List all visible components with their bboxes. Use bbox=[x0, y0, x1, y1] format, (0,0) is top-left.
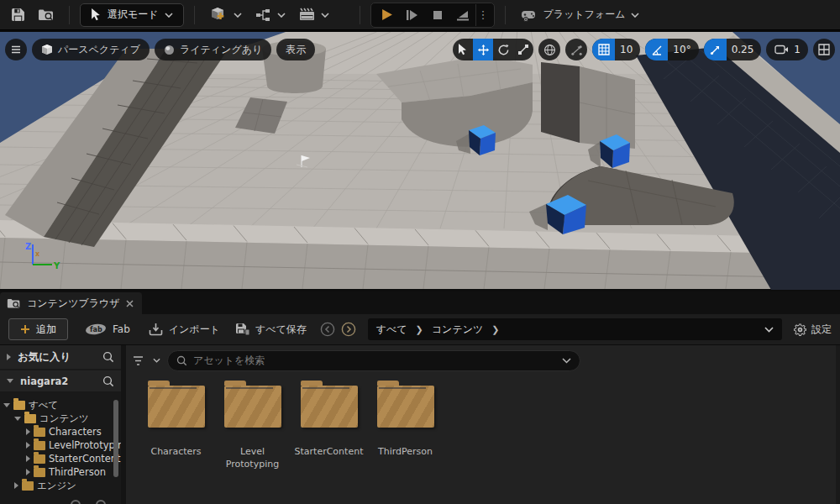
world-coordinate-button[interactable] bbox=[538, 39, 560, 60]
folder-label: ThirdPerson bbox=[369, 446, 443, 459]
asset-scrollbar-track[interactable] bbox=[836, 345, 840, 504]
perspective-dropdown[interactable]: パースペクティブ bbox=[32, 39, 150, 60]
angle-snap-icon bbox=[651, 45, 663, 55]
save-all-icon bbox=[235, 323, 249, 336]
project-header[interactable]: niagara2 bbox=[0, 370, 121, 391]
save-level-button[interactable] bbox=[5, 3, 30, 27]
tree-scrollbar[interactable] bbox=[113, 400, 118, 477]
search-icon[interactable] bbox=[102, 351, 114, 363]
close-icon[interactable] bbox=[126, 300, 134, 307]
viewport-layout-button[interactable] bbox=[813, 39, 835, 60]
tree-item-engine[interactable]: エンジン bbox=[0, 479, 121, 492]
forward-button[interactable] bbox=[341, 322, 356, 337]
search-icon[interactable] bbox=[102, 375, 114, 387]
folder-item-characters[interactable]: Characters bbox=[138, 382, 214, 471]
show-dropdown[interactable]: 表示 bbox=[276, 39, 315, 60]
add-button[interactable]: 追加 bbox=[8, 318, 68, 340]
viewport-options-button[interactable] bbox=[5, 39, 27, 60]
platforms-label: プラットフォーム bbox=[543, 8, 626, 22]
rotation-snap-control[interactable]: 10° bbox=[645, 39, 698, 60]
tree-item-levelprototyping[interactable]: LevelPrototyping bbox=[0, 438, 121, 452]
scale-tool-button[interactable] bbox=[513, 39, 533, 60]
eject-button[interactable] bbox=[450, 4, 475, 26]
tree-item-label: コンテンツ bbox=[39, 412, 89, 425]
perspective-cube-icon bbox=[41, 44, 53, 55]
rotate-tool-button[interactable] bbox=[493, 39, 513, 60]
import-button[interactable]: インポート bbox=[149, 323, 220, 337]
project-label: niagara2 bbox=[20, 375, 68, 387]
cinematics-dropdown[interactable] bbox=[294, 3, 334, 27]
path-dropdown-icon[interactable] bbox=[764, 327, 774, 333]
fab-label: Fab bbox=[113, 323, 130, 335]
filter-icon[interactable] bbox=[133, 355, 146, 366]
settings-label: 設定 bbox=[811, 323, 832, 337]
toolbar-separator bbox=[360, 6, 360, 24]
camera-speed-control[interactable]: 1 bbox=[766, 39, 808, 60]
sidebar-bottom-cut bbox=[0, 497, 121, 504]
toolbar-separator bbox=[69, 6, 70, 24]
grid-snap-control[interactable]: 10 bbox=[592, 39, 640, 60]
stop-button[interactable] bbox=[425, 4, 450, 26]
chevron-down-icon bbox=[277, 13, 286, 18]
asset-search-input[interactable] bbox=[193, 354, 556, 366]
breadcrumb-chevron-icon: ❯ bbox=[491, 324, 499, 335]
chevron-down-icon bbox=[321, 13, 329, 18]
selection-mode-dropdown[interactable]: 選択モード bbox=[80, 3, 184, 27]
folder-item-startercontent[interactable]: StarterContent bbox=[291, 382, 367, 471]
surface-snapping-button[interactable] bbox=[565, 39, 587, 60]
expand-arrow-icon[interactable] bbox=[26, 428, 30, 435]
chevron-down-icon[interactable] bbox=[153, 358, 160, 363]
scale-snap-control[interactable]: 0.25 bbox=[704, 39, 762, 60]
blueprints-dropdown[interactable] bbox=[250, 3, 291, 27]
folder-item-thirdperson[interactable]: ThirdPerson bbox=[367, 382, 444, 471]
collapse-arrow-icon[interactable] bbox=[7, 379, 13, 383]
tree-item-all[interactable]: すべて bbox=[0, 398, 121, 412]
clapperboard-icon bbox=[299, 8, 316, 22]
expand-arrow-icon[interactable] bbox=[26, 469, 30, 475]
frame-skip-button[interactable] bbox=[400, 4, 425, 26]
expand-arrow-icon[interactable] bbox=[14, 482, 18, 489]
favorites-header[interactable]: お気に入り bbox=[0, 345, 121, 369]
move-icon bbox=[477, 44, 490, 56]
select-tool-button[interactable] bbox=[453, 39, 473, 60]
view-mode-dropdown[interactable]: ライティングあり bbox=[155, 39, 271, 60]
breadcrumb-item-content[interactable]: コンテンツ bbox=[432, 323, 483, 337]
collapse-arrow-icon[interactable] bbox=[14, 417, 21, 421]
tree-item-label: すべて bbox=[29, 399, 58, 412]
tree-item-label: StarterContent bbox=[49, 453, 121, 465]
save-icon bbox=[11, 8, 25, 22]
content-browser-button[interactable] bbox=[34, 3, 59, 27]
fab-button[interactable]: fab Fab bbox=[85, 323, 130, 335]
level-viewport[interactable]: Z Y x パースペクティブ ライティングあり 表示 bbox=[0, 30, 840, 291]
folder-icon bbox=[34, 454, 45, 464]
collapse-arrow-icon[interactable] bbox=[3, 403, 10, 407]
tree-item-characters[interactable]: Characters bbox=[0, 425, 121, 438]
lit-sphere-icon bbox=[164, 45, 175, 55]
settings-button[interactable]: 設定 bbox=[794, 323, 832, 337]
import-icon bbox=[149, 323, 163, 336]
breadcrumb-item-all[interactable]: すべて bbox=[376, 323, 407, 337]
select-cursor-icon bbox=[458, 44, 468, 55]
open-folder-icon bbox=[24, 414, 36, 423]
folder-item-levelprototyping[interactable]: Level Prototyping bbox=[214, 382, 291, 471]
tree-item-content[interactable]: コンテンツ bbox=[0, 412, 121, 425]
add-actor-dropdown[interactable] bbox=[205, 3, 247, 27]
save-all-button[interactable]: すべて保存 bbox=[235, 323, 307, 337]
expand-arrow-icon[interactable] bbox=[7, 354, 11, 360]
expand-arrow-icon[interactable] bbox=[26, 455, 30, 462]
viewport-scene: Z Y x bbox=[0, 32, 840, 291]
platforms-dropdown[interactable]: プラットフォーム bbox=[516, 3, 644, 27]
back-button[interactable] bbox=[320, 322, 335, 337]
tree-item-thirdperson[interactable]: ThirdPerson bbox=[0, 465, 121, 479]
cursor-icon bbox=[91, 8, 102, 21]
move-tool-button[interactable] bbox=[473, 39, 493, 60]
perspective-label: パースペクティブ bbox=[58, 43, 140, 57]
play-button[interactable] bbox=[375, 4, 400, 26]
saved-search-chevron-icon[interactable] bbox=[562, 358, 571, 364]
asset-search-field[interactable] bbox=[167, 350, 580, 371]
folder-label: Level Prototyping bbox=[216, 446, 290, 471]
expand-arrow-icon[interactable] bbox=[26, 442, 30, 449]
tree-item-startercontent[interactable]: StarterContent bbox=[0, 452, 121, 465]
play-options-button[interactable]: ⋮ bbox=[475, 4, 491, 26]
content-browser-tab[interactable]: コンテンツブラウザ bbox=[0, 292, 142, 314]
